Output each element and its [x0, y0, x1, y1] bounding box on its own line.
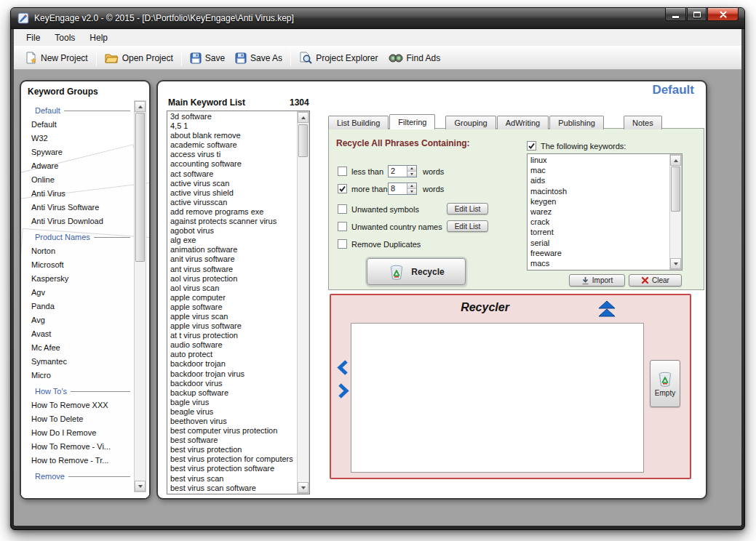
move-right-button[interactable] — [337, 382, 349, 401]
list-item[interactable]: about blank remove — [168, 131, 297, 140]
scroll-down-arrow[interactable] — [135, 481, 146, 492]
list-item[interactable]: at t virus protection — [168, 331, 297, 340]
move-left-button[interactable] — [337, 359, 349, 378]
group-item[interactable]: Avast — [25, 327, 130, 341]
less-than-value[interactable]: 2 — [389, 166, 407, 177]
group-item[interactable]: W32 — [25, 132, 130, 145]
menu-help[interactable]: Help — [82, 31, 115, 45]
group-item[interactable]: Agv — [25, 286, 130, 300]
group-item[interactable]: How To Delete — [25, 412, 130, 426]
tab-filtering[interactable]: Filtering — [389, 114, 435, 129]
scroll-down-arrow[interactable] — [670, 258, 681, 269]
group-header[interactable]: How To's — [25, 385, 130, 398]
less-than-spinner[interactable]: 2 — [388, 165, 417, 177]
group-item[interactable]: Online — [25, 173, 130, 187]
group-item[interactable]: Panda — [25, 300, 130, 313]
more-than-spinner[interactable]: 8 — [388, 183, 417, 195]
scroll-up-arrow[interactable] — [298, 112, 309, 123]
import-button[interactable]: Import — [569, 274, 625, 286]
list-item[interactable]: beagle virus — [168, 407, 297, 417]
new-project-button[interactable]: New Project — [20, 49, 93, 66]
group-item[interactable]: Norton — [25, 244, 130, 258]
list-item[interactable]: apple virus scan — [168, 312, 297, 321]
empty-button[interactable]: Empty — [650, 360, 680, 407]
group-item[interactable]: Anti Virus Software — [25, 201, 130, 215]
group-header[interactable]: Remove — [25, 470, 130, 484]
group-item[interactable]: Micro — [25, 369, 130, 382]
list-item[interactable]: active virus shield — [168, 188, 297, 198]
remove-duplicates-checkbox[interactable] — [338, 239, 347, 249]
group-item[interactable]: How Do I Remove — [25, 426, 130, 440]
list-item[interactable]: auto protect — [168, 350, 297, 359]
list-item[interactable]: agobot virus — [168, 226, 297, 236]
minimize-button[interactable] — [665, 8, 686, 21]
list-item[interactable]: add remove programs exe — [168, 207, 297, 217]
menu-tools[interactable]: Tools — [47, 31, 82, 45]
list-item[interactable]: 4,5 1 — [168, 121, 297, 131]
list-item[interactable]: best virus scan — [168, 474, 297, 484]
group-item[interactable]: Mc Afee — [25, 341, 130, 355]
list-item[interactable]: best computer virus protection — [168, 426, 297, 436]
group-item[interactable]: How to Remove - Tr... — [25, 454, 130, 468]
list-item[interactable]: against protects scanner virus — [168, 217, 297, 226]
tab-publishing[interactable]: Publishing — [549, 116, 604, 129]
tab-list-building[interactable]: List Building — [328, 116, 389, 129]
project-explorer-button[interactable]: Project Explorer — [294, 49, 383, 66]
more-than-checkbox[interactable] — [338, 184, 347, 193]
close-button[interactable] — [707, 8, 739, 21]
find-ads-button[interactable]: Find Ads — [383, 51, 446, 65]
scrollbar-thumb[interactable] — [298, 124, 308, 157]
scroll-up-arrow[interactable] — [135, 101, 146, 112]
group-item[interactable]: Avg — [25, 313, 130, 327]
list-item[interactable]: anit virus software — [168, 255, 297, 264]
list-item[interactable]: aids — [528, 175, 669, 185]
list-item[interactable]: best virus protection — [168, 445, 297, 454]
list-item[interactable]: macs — [528, 258, 669, 268]
group-item[interactable]: Symantec — [25, 355, 130, 369]
spin-up-button[interactable] — [407, 166, 416, 172]
more-than-value[interactable]: 8 — [389, 183, 407, 194]
group-item[interactable]: Anti Virus Download — [25, 215, 130, 228]
group-item[interactable]: Spyware — [25, 145, 130, 159]
list-item[interactable]: 3d software — [168, 112, 297, 121]
list-item[interactable]: best virus scan software — [168, 484, 297, 493]
main-list-scrollbar[interactable] — [297, 111, 309, 494]
list-item[interactable]: linux — [528, 155, 669, 165]
group-item[interactable]: How To Remove - Vi... — [25, 440, 130, 454]
scroll-up-arrow[interactable] — [670, 155, 681, 166]
list-item[interactable]: backdoor trojan — [168, 359, 297, 369]
keyword-groups-scrollbar[interactable] — [134, 100, 146, 492]
group-item[interactable]: How To Remove XXX — [25, 398, 130, 412]
list-item[interactable]: backup software — [168, 388, 297, 398]
list-item[interactable]: best virus protection software — [168, 464, 297, 473]
group-item[interactable]: Kaspersky — [25, 272, 130, 286]
save-as-button[interactable]: Save As — [230, 50, 287, 66]
list-item[interactable]: access virus ti — [168, 150, 297, 159]
list-item[interactable]: serial — [528, 238, 669, 248]
list-item[interactable]: mac — [528, 165, 669, 175]
list-item[interactable]: freeware — [528, 248, 669, 258]
list-item[interactable]: academic software — [168, 140, 297, 150]
group-item[interactable]: Anti Virus — [25, 187, 130, 201]
list-item[interactable]: aol virus protection — [168, 274, 297, 284]
unwanted-symbols-checkbox[interactable] — [338, 204, 347, 214]
maximize-button[interactable] — [687, 8, 707, 21]
tab-notes[interactable]: Notes — [624, 116, 662, 129]
list-item[interactable]: apple virus software — [168, 321, 297, 331]
group-item[interactable]: Adware — [25, 159, 130, 173]
edit-countries-list-button[interactable]: Edit List — [447, 220, 488, 232]
list-item[interactable]: backdoor trojan virus — [168, 369, 297, 379]
titlebar[interactable]: KeyEngage v2.0 - © 2015 - [D:\Portfolio\… — [11, 8, 744, 29]
recycler-listbox[interactable] — [351, 323, 644, 473]
list-item[interactable]: bagle virus — [168, 398, 297, 407]
scrollbar-thumb[interactable] — [671, 167, 680, 212]
list-item[interactable]: apple computer — [168, 293, 297, 302]
spin-up-button[interactable] — [407, 183, 416, 189]
list-item[interactable]: audio software — [168, 340, 297, 350]
list-item[interactable]: active virusscan — [168, 198, 297, 207]
list-item[interactable]: apple software — [168, 302, 297, 312]
less-than-checkbox[interactable] — [338, 167, 347, 176]
list-item[interactable]: beethoven virus — [168, 417, 297, 426]
move-to-top-button[interactable] — [597, 300, 616, 321]
list-item[interactable]: ant virus software — [168, 265, 297, 274]
